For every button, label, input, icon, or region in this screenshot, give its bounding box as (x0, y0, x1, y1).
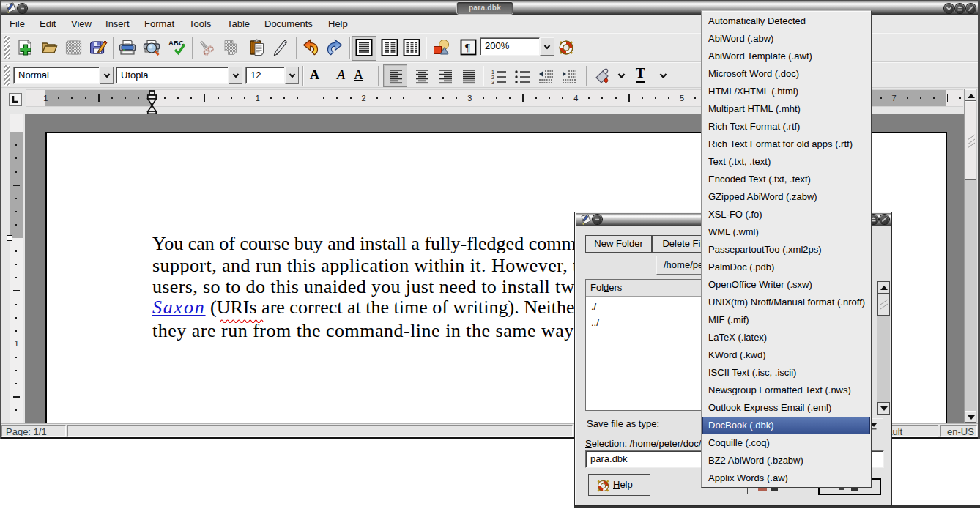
svg-text:ABC: ABC (168, 39, 184, 47)
svg-text:3: 3 (491, 80, 494, 85)
svg-text:1: 1 (491, 70, 494, 75)
svg-text:2: 2 (491, 75, 494, 80)
svg-text:¶: ¶ (465, 42, 470, 53)
